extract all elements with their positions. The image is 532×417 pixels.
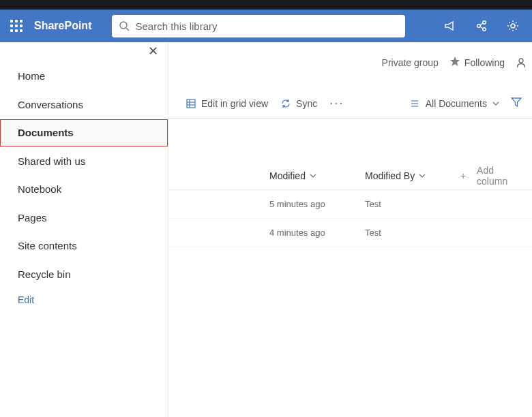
suite-header: SharePoint (0, 10, 532, 42)
search-icon (119, 20, 130, 31)
page-body: Private group Following Edit in grid vie… (0, 42, 532, 417)
header-right (439, 15, 527, 37)
chevron-down-icon (419, 172, 426, 179)
plus-icon: + (460, 170, 466, 181)
svg-line-5 (480, 23, 483, 25)
chevron-down-icon (310, 172, 316, 179)
view-selector[interactable]: All Documents (409, 98, 499, 109)
file-modified-by: Test (365, 199, 460, 209)
following-label: Following (464, 57, 505, 68)
col-modified-by-label: Modified By (365, 170, 415, 181)
close-icon: ✕ (148, 44, 158, 58)
search-input[interactable] (135, 20, 398, 32)
view-label: All Documents (426, 98, 487, 109)
group-privacy-label: Private group (382, 57, 439, 68)
nav-item-shared[interactable]: Shared with us (0, 148, 168, 175)
filter-button[interactable] (510, 96, 522, 110)
person-icon (516, 57, 527, 68)
site-info-bar: Private group Following (382, 56, 527, 69)
nav-list: Home Conversations Documents Shared with… (0, 63, 168, 288)
app-launcher-icon[interactable] (5, 20, 27, 32)
members-shortcut[interactable] (516, 57, 527, 68)
sync-button[interactable]: Sync (280, 98, 317, 109)
site-nav-panel: ✕ Home Conversations Documents Shared wi… (0, 42, 168, 417)
svg-line-6 (480, 27, 483, 29)
file-modified-by: Test (365, 228, 460, 238)
search-wrapper (112, 15, 405, 37)
waffle-icon (10, 20, 23, 32)
nav-item-documents[interactable]: Documents (0, 119, 168, 146)
nav-item-conversations[interactable]: Conversations (0, 91, 168, 119)
file-modified: 5 minutes ago (269, 199, 365, 209)
command-overflow[interactable]: ··· (329, 96, 344, 110)
search-box[interactable] (112, 15, 405, 37)
sync-label: Sync (296, 98, 317, 109)
col-modified-by[interactable]: Modified By (365, 170, 460, 181)
col-modified[interactable]: Modified (269, 170, 365, 181)
svg-point-4 (483, 28, 486, 31)
add-column-button[interactable]: + Add column (460, 165, 522, 187)
svg-point-8 (519, 59, 523, 63)
nav-item-home[interactable]: Home (0, 63, 168, 90)
nav-item-notebook[interactable]: Notebook (0, 176, 168, 203)
close-nav-button[interactable]: ✕ (145, 42, 161, 60)
list-icon (409, 98, 420, 109)
share-icon[interactable] (471, 15, 492, 37)
sync-icon (280, 98, 291, 109)
nav-item-site-contents[interactable]: Site contents (0, 232, 168, 260)
brand-title: SharePoint (34, 20, 91, 32)
svg-point-7 (511, 24, 515, 28)
megaphone-icon[interactable] (439, 15, 461, 37)
add-column-label: Add column (477, 165, 522, 187)
svg-line-1 (126, 28, 129, 31)
star-icon (449, 56, 460, 69)
follow-toggle[interactable]: Following (449, 56, 505, 69)
edit-grid-label: Edit in grid view (201, 98, 268, 109)
settings-icon[interactable] (502, 15, 524, 37)
nav-item-recycle-bin[interactable]: Recycle bin (0, 261, 168, 288)
grid-icon (186, 98, 196, 109)
edit-grid-button[interactable]: Edit in grid view (186, 98, 268, 109)
chevron-down-icon (492, 100, 499, 107)
svg-point-2 (477, 25, 481, 28)
svg-rect-9 (187, 99, 195, 108)
svg-point-3 (483, 21, 486, 25)
nav-edit-link[interactable]: Edit (0, 292, 168, 308)
file-modified: 4 minutes ago (269, 228, 365, 238)
filter-icon (510, 96, 522, 108)
col-modified-label: Modified (269, 170, 306, 181)
svg-point-0 (120, 22, 127, 29)
nav-item-pages[interactable]: Pages (0, 204, 168, 232)
browser-chrome-bar (0, 0, 532, 10)
